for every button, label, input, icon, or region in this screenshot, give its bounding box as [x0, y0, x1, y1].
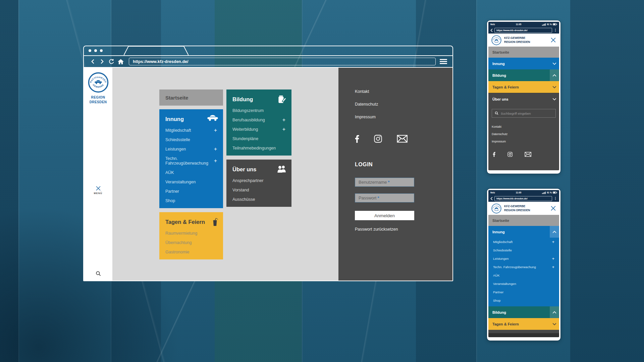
mobile-menu-row-innung[interactable]: Innung [488, 58, 559, 69]
footer-link-kontakt[interactable]: Kontakt [492, 125, 556, 128]
mobile-menu-row-ber-uns[interactable]: Über uns [488, 93, 559, 105]
mobile-menu-row-startseite[interactable]: Startseite [488, 47, 559, 58]
mobile-menu-item-veranstaltungen[interactable]: Veranstaltungen [488, 280, 559, 288]
menu-item-shop[interactable]: Shop [159, 196, 223, 205]
back-icon[interactable] [490, 28, 493, 32]
mobile-menu-row-innung[interactable]: Innung [488, 226, 559, 238]
plus-icon[interactable]: + [282, 118, 285, 122]
menu-group-innung: Innung [488, 58, 559, 69]
footer-link-datenschutz[interactable]: Datenschutz [492, 132, 556, 136]
menu-item-leistungen[interactable]: Leistungen+ [159, 144, 223, 154]
mobile-menu-row-startseite[interactable]: Startseite [488, 215, 559, 226]
chevron-down-icon[interactable] [550, 93, 559, 105]
site-logo[interactable]: KRAFTFAHRZEUG GEWERBE [491, 203, 501, 214]
menu-item-partner[interactable]: Partner [159, 187, 223, 196]
menu-item-bernachtung[interactable]: Übernachtung [159, 238, 223, 247]
footer-link-kontakt[interactable]: Kontakt [355, 89, 439, 94]
mobile-menu-row-tagen-feiern[interactable]: Tagen & Feiern [488, 318, 559, 330]
facebook-icon[interactable] [355, 135, 359, 143]
mobile-menu-item-mitgliedschaft[interactable]: Mitgliedschaft+ [488, 238, 559, 246]
menu-item-techn-fahrzeug-berwachung[interactable]: Techn. Fahrzeugüberwachung+ [159, 154, 223, 168]
mobile-menu-row-bildung[interactable]: Bildung [488, 306, 559, 318]
chevron-up-icon[interactable] [550, 226, 559, 238]
back-button[interactable] [89, 58, 96, 65]
hamburger-menu-button[interactable] [440, 59, 447, 64]
mobile-mockup-collapsed: Netz11:0591 %https://www.kfz-dresden.de/… [487, 20, 560, 174]
plus-icon[interactable]: + [552, 257, 554, 260]
menu-item-ansprechpartner[interactable]: Ansprechpartner [226, 176, 291, 185]
instagram-icon[interactable] [374, 135, 382, 143]
mobile-search-input[interactable]: Suchbegriff eingeben [492, 109, 556, 118]
menu-item-berufsausbildung[interactable]: Berufsausbildung+ [226, 115, 291, 125]
mobile-menu-item-techn-fahrzeug-berwachung[interactable]: Techn. Fahrzeugüberwachung+ [488, 263, 559, 271]
menu-item-bildungszentrum[interactable]: Bildungszentrum [226, 106, 291, 115]
password-reset-link[interactable]: Passwort zurücksetzen [355, 227, 398, 232]
menu-item-weiterbildung[interactable]: Weiterbildung+ [226, 125, 291, 134]
back-icon[interactable] [490, 197, 493, 200]
menu-item-a-k[interactable]: AÜK [159, 168, 223, 177]
instagram-icon[interactable] [507, 152, 513, 157]
menu-box-header-tagen-feiern[interactable]: Tagen & Feiern [159, 212, 223, 229]
plus-icon[interactable]: + [552, 266, 554, 268]
chevron-down-icon[interactable] [550, 58, 559, 69]
menu-item-stundenpl-ne[interactable]: Stundenpläne [226, 134, 291, 143]
menu-item-gastronomie[interactable]: Gastronomie [159, 247, 223, 257]
search-button[interactable] [84, 271, 112, 278]
site-logo[interactable]: KRAFTFAHRZEUG GEWERBE REGION DRESDEN [84, 72, 112, 104]
window-control-dots[interactable] [89, 49, 103, 52]
mail-icon[interactable] [397, 135, 408, 143]
plus-icon[interactable]: + [214, 147, 217, 151]
footer-link-impressum[interactable]: Impressum [355, 115, 439, 119]
mobile-menu-item-partner[interactable]: Partner [488, 288, 559, 296]
facebook-icon[interactable] [493, 152, 495, 157]
browser-menu-icon[interactable]: ⋮ [554, 197, 557, 200]
menu-box-header-bildung[interactable]: Bildung [226, 89, 291, 106]
plus-icon[interactable]: + [214, 159, 217, 163]
menu-item-startseite[interactable]: Startseite [159, 89, 223, 106]
menu-item-raumvermietung[interactable]: Raumvermietung [159, 229, 223, 238]
mobile-menu-row-bildung[interactable]: Bildung [488, 69, 559, 81]
close-menu-icon[interactable] [550, 205, 556, 211]
username-field[interactable]: Benutzername* [355, 178, 414, 187]
mobile-url-field[interactable]: https://www.kfz-dresden.de/ [494, 196, 552, 201]
footer-link-datenschutz[interactable]: Datenschutz [355, 102, 439, 107]
mobile-menu-item-leistungen[interactable]: Leistungen+ [488, 254, 559, 263]
item-label: AÜK [493, 274, 500, 277]
site-logo[interactable]: KRAFTFAHRZEUG GEWERBE [491, 35, 501, 45]
mobile-url-field[interactable]: https://www.kfz-dresden.de/ [494, 28, 552, 33]
close-menu-icon[interactable] [550, 37, 556, 43]
plus-icon[interactable]: + [214, 129, 217, 132]
password-field[interactable]: Passwort* [355, 193, 414, 202]
refresh-button[interactable] [108, 58, 115, 65]
chevron-up-icon[interactable] [550, 69, 559, 81]
home-button[interactable] [117, 58, 124, 65]
url-bar[interactable]: https://www.kfz-dresden.de/ [129, 58, 436, 65]
menu-box-header-innung[interactable]: Innung [159, 109, 223, 126]
footer-link-impressum[interactable]: Impressum [492, 140, 556, 143]
menu-item-schiedsstelle[interactable]: Schiedsstelle [159, 135, 223, 144]
forward-button[interactable] [99, 58, 105, 65]
plus-icon[interactable]: + [282, 128, 285, 131]
menu-item-mitgliedschaft[interactable]: Mitgliedschaft+ [159, 126, 223, 135]
row-label: Bildung [492, 310, 506, 314]
row-label: Innung [492, 230, 505, 234]
menu-box-header-ueber-uns[interactable]: Über uns [226, 160, 291, 176]
mobile-menu-item-shop[interactable]: Shop [488, 296, 559, 305]
menu-close-button[interactable]: MENÜ [84, 186, 112, 194]
chevron-down-icon[interactable] [550, 318, 559, 330]
browser-menu-icon[interactable]: ⋮ [554, 28, 557, 32]
menu-item-aussch-sse[interactable]: Ausschüsse [226, 195, 291, 204]
login-submit-button[interactable]: Anmelden [355, 211, 414, 220]
mobile-menu-row-tagen-feiern[interactable]: Tagen & Feiern [488, 81, 559, 93]
menu-item-teilnahmebedingungen[interactable]: Teilnahmebedingungen [226, 143, 291, 153]
plus-icon[interactable]: + [552, 241, 554, 243]
chevron-up-icon[interactable] [550, 306, 559, 318]
chevron-down-icon[interactable] [550, 81, 559, 93]
browser-tab-shape[interactable] [124, 46, 189, 55]
battery-icon [553, 191, 557, 194]
mobile-menu-item-schiedsstelle[interactable]: Schiedsstelle [488, 246, 559, 254]
menu-item-vorstand[interactable]: Vorstand [226, 185, 291, 195]
menu-item-veranstaltungen[interactable]: Veranstaltungen [159, 177, 223, 187]
mail-icon[interactable] [525, 152, 531, 157]
mobile-menu-item-a-k[interactable]: AÜK [488, 271, 559, 280]
